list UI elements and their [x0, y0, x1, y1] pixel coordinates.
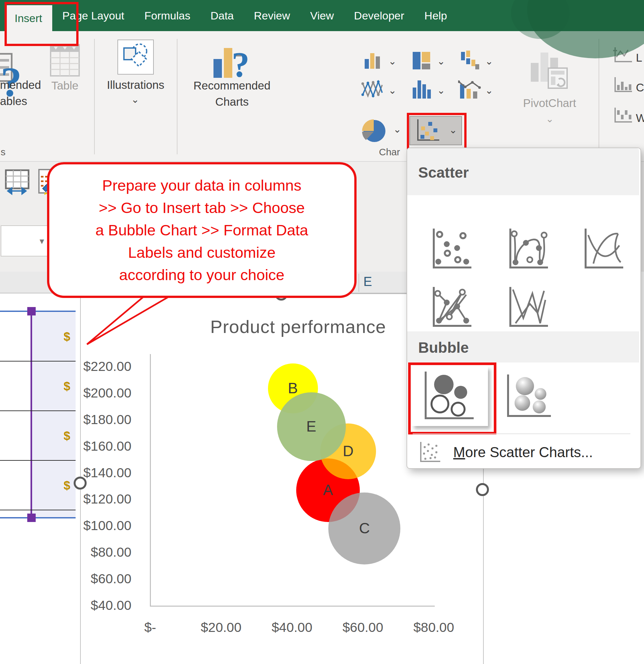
name-box[interactable]: ▾ — [1, 225, 51, 256]
tab-data[interactable]: Data — [201, 0, 244, 31]
y-tick-label: $60.00 — [65, 571, 132, 586]
y-tick-label: $140.00 — [65, 465, 132, 480]
tab-formulas[interactable]: Formulas — [134, 0, 201, 31]
line-chart-chevron-icon[interactable]: ⌄ — [388, 86, 397, 95]
y-tick-label: $160.00 — [65, 439, 132, 454]
insert-statistic-chart-button[interactable] — [411, 79, 431, 102]
column-gridline — [359, 274, 359, 292]
pivotchart-button[interactable] — [528, 48, 570, 91]
statistic-chart-chevron-icon[interactable]: ⌄ — [437, 86, 445, 95]
more-scatter-icon — [417, 441, 442, 464]
menu-item-scatter-straight[interactable] — [504, 284, 549, 330]
selection-handle-top[interactable] — [27, 307, 36, 315]
x-tick-label: $40.00 — [256, 620, 328, 635]
sparkline-label-2: W — [636, 111, 644, 125]
insert-hierarchy-chart-button[interactable] — [411, 50, 431, 72]
insert-combo-chart-button[interactable] — [458, 78, 481, 102]
recommended-pivottables-label2: ables — [0, 95, 27, 108]
tables-group-label: s — [1, 147, 5, 158]
bubble-label-b: B — [288, 379, 298, 397]
callout-line-1: Prepare your data in columns — [102, 174, 301, 196]
scatter-dropdown-menu: Scatter — [406, 147, 641, 469]
chart-handle-left[interactable] — [74, 477, 87, 490]
scatter-section-header: Scatter — [418, 164, 469, 181]
callout-line-5: according to your choice — [119, 264, 284, 286]
bubble-label-c: C — [359, 519, 370, 537]
row-gridline — [0, 510, 76, 510]
y-tick-label: $80.00 — [65, 545, 132, 560]
illustrations-icon — [118, 40, 152, 72]
scatter-straight-markers-thumb-icon — [427, 284, 473, 330]
illustrations-button[interactable] — [117, 40, 154, 75]
column-chart-chevron-icon[interactable]: ⌄ — [388, 57, 397, 66]
bubble-option-highlight-box — [408, 362, 496, 434]
selection-bottom-border — [0, 517, 76, 518]
table-label: Table — [48, 79, 82, 92]
menu-item-3d-bubble[interactable] — [503, 372, 555, 420]
callout-line-4: Labels and customize — [128, 241, 276, 264]
y-tick-label: $40.00 — [65, 598, 132, 613]
chart-handle-right[interactable] — [476, 483, 489, 496]
treemap-chart-icon — [411, 50, 431, 71]
insert-line-chart-button[interactable] — [361, 79, 383, 102]
cell-value-3: $ — [64, 479, 71, 493]
menu-item-scatter[interactable] — [427, 226, 473, 271]
sparkline-label-0: L — [636, 51, 642, 64]
tab-developer[interactable]: Developer — [344, 0, 414, 31]
tab-review[interactable]: Review — [244, 0, 300, 31]
cell-value-2: $ — [64, 429, 71, 443]
waterfall-chart-chevron-icon[interactable]: ⌄ — [485, 57, 493, 66]
recommended-charts-button[interactable]: ? — [212, 44, 254, 81]
scatter-button-highlight-box — [407, 113, 466, 151]
line-chart-icon — [361, 79, 383, 101]
x-tick-label: $20.00 — [186, 620, 257, 635]
x-tick-label: $- — [115, 620, 186, 635]
column-width-icon — [4, 169, 31, 195]
column-sparkline-button[interactable] — [612, 76, 633, 95]
y-tick-label: $120.00 — [65, 492, 132, 507]
selection-handle-bottom[interactable] — [27, 514, 36, 522]
instruction-callout: Prepare your data in columns>> Go to Ins… — [47, 162, 357, 298]
recommended-pivottables-label1: mended — [0, 79, 41, 91]
svg-text:?: ? — [232, 45, 249, 80]
scatter-smooth-thumb-icon — [579, 226, 625, 271]
waterfall-chart-icon — [459, 50, 481, 71]
recommended-charts-label1: Recommended — [186, 79, 277, 92]
pivotchart-label: PivotChart — [517, 97, 582, 109]
menu-separator — [413, 434, 630, 434]
y-tick-label: $100.00 — [65, 518, 132, 533]
column-width-button[interactable] — [4, 169, 31, 197]
column-chart-icon — [363, 50, 383, 71]
winloss-sparkline-button[interactable] — [612, 106, 633, 126]
menu-item-scatter-straight-markers[interactable] — [427, 284, 473, 330]
tab-view[interactable]: View — [300, 0, 344, 31]
insert-pie-chart-button[interactable] — [361, 118, 387, 145]
combo-chart-icon — [458, 78, 481, 101]
x-tick-label: $60.00 — [327, 620, 399, 635]
row-gridline — [0, 460, 76, 461]
row-gridline — [0, 361, 76, 361]
menu-item-scatter-smooth-markers[interactable] — [504, 226, 549, 271]
callout-line-2: >> Go to Insert tab >> Choose — [99, 196, 305, 219]
pie-chart-chevron-icon[interactable]: ⌄ — [393, 125, 401, 134]
menu-item-more-scatter-charts[interactable]: More Scatter Charts... — [417, 439, 629, 465]
cell-value-1: $ — [64, 380, 71, 393]
column-header-e[interactable]: E — [363, 274, 372, 289]
excel-window: E $$$$ Product performance $220.00$200.0… — [0, 0, 644, 664]
hierarchy-chart-chevron-icon[interactable]: ⌄ — [437, 57, 445, 66]
y-axis-line — [150, 354, 151, 606]
insert-column-chart-button[interactable] — [363, 50, 383, 72]
y-tick-label: $200.00 — [65, 386, 132, 401]
menu-item-scatter-smooth[interactable] — [579, 226, 625, 271]
combo-chart-chevron-icon[interactable]: ⌄ — [485, 86, 493, 95]
column-sparkline-icon — [612, 76, 633, 94]
recommended-charts-label2: Charts — [186, 95, 277, 108]
scatter-smooth-markers-thumb-icon — [504, 226, 549, 271]
tab-help[interactable]: Help — [414, 0, 457, 31]
insert-waterfall-chart-button[interactable] — [459, 50, 481, 72]
y-tick-label: $180.00 — [65, 412, 132, 427]
scatter-straight-thumb-icon — [504, 284, 549, 330]
name-box-dropdown-icon[interactable]: ▾ — [40, 236, 44, 246]
table-button[interactable] — [49, 43, 80, 79]
row-gridline — [0, 411, 76, 411]
